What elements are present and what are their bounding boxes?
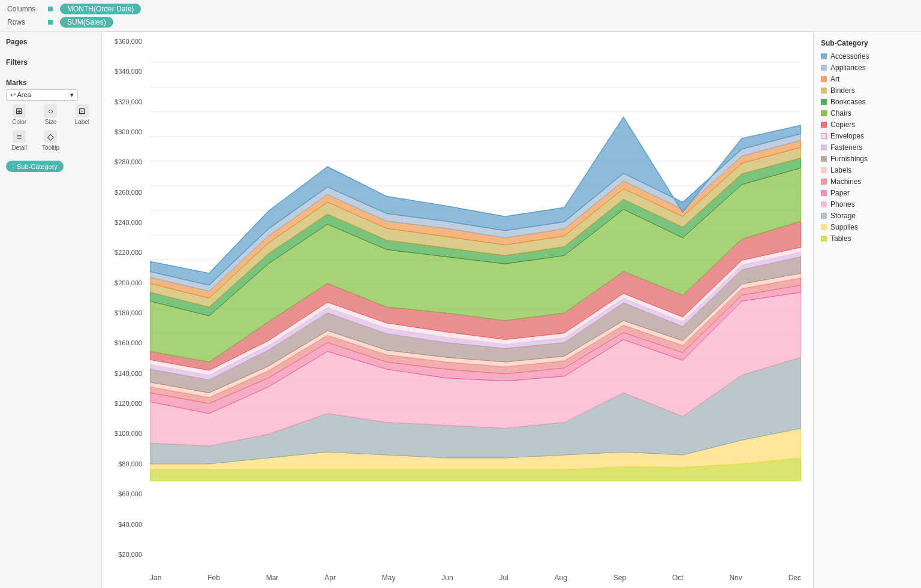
legend-envelopes: Envelopes [821, 132, 914, 140]
color-label: Color [12, 119, 26, 125]
y-label-180: $180,000 [115, 309, 142, 316]
legend-phones: Phones [821, 200, 914, 209]
legend-fasteners: Fasteners [821, 143, 914, 152]
chart-area: $360,000 $340,000 $320,000 $300,000 $280… [102, 32, 813, 588]
x-label-aug: Aug [555, 574, 567, 582]
filters-title: Filters [6, 58, 95, 67]
labels-label: Labels [830, 166, 851, 174]
legend-machines: Machines [821, 177, 914, 186]
art-swatch [821, 76, 827, 82]
marks-section: Marks ↩ Area ▾ ⊞ Color ○ Size ⊡ Label [6, 79, 95, 172]
y-label-80: $80,000 [118, 460, 142, 468]
size-label: Size [45, 119, 56, 125]
furnishings-label: Furnishings [830, 155, 868, 163]
storage-swatch [821, 213, 827, 219]
machines-label: Machines [830, 177, 861, 186]
y-label-60: $60,000 [118, 490, 142, 497]
supplies-swatch [821, 224, 827, 230]
legend-supplies: Supplies [821, 223, 914, 231]
accessories-label: Accessories [830, 52, 869, 61]
accessories-swatch [821, 53, 827, 59]
detail-icon: ≡ [13, 130, 26, 143]
tables-swatch [821, 236, 827, 242]
y-label-120: $120,000 [115, 400, 142, 407]
x-label-oct: Oct [672, 574, 684, 582]
y-axis: $360,000 $340,000 $320,000 $300,000 $280… [102, 38, 147, 558]
fasteners-swatch [821, 144, 827, 150]
y-label-360: $360,000 [115, 38, 142, 45]
y-label-340: $340,000 [115, 68, 142, 75]
tooltip-icon: ◇ [44, 130, 57, 143]
paper-label: Paper [830, 189, 850, 197]
color-button[interactable]: ⊞ Color [6, 104, 32, 125]
rows-label: Rows [7, 18, 43, 26]
legend-accessories: Accessories [821, 52, 914, 61]
x-label-nov: Nov [729, 574, 742, 582]
legend-storage: Storage [821, 212, 914, 220]
label-button[interactable]: ⊡ Label [69, 104, 95, 125]
legend-bookcases: Bookcases [821, 98, 914, 106]
binders-swatch [821, 88, 827, 94]
sub-category-pill[interactable]: ⁚ Sub-Category [6, 161, 64, 172]
bookcases-swatch [821, 99, 827, 105]
phones-swatch [821, 201, 827, 207]
legend-binders: Binders [821, 86, 914, 95]
rows-pill[interactable]: SUM(Sales) [60, 17, 113, 28]
size-icon: ○ [44, 104, 57, 117]
y-label-200: $200,000 [115, 279, 142, 287]
top-bar: Columns MONTH(Order Date) Rows SUM(Sales… [0, 0, 921, 32]
envelopes-swatch [821, 133, 827, 139]
chairs-swatch [821, 110, 827, 116]
y-label-260: $260,000 [115, 189, 142, 196]
x-label-mar: Mar [266, 574, 279, 582]
marks-dropdown-icon: ▾ [70, 91, 74, 99]
binders-label: Binders [830, 86, 855, 95]
chairs-label: Chairs [830, 109, 851, 117]
filters-section: Filters [6, 58, 95, 69]
x-label-jan: Jan [150, 574, 161, 582]
x-label-sep: Sep [613, 574, 626, 582]
bookcases-label: Bookcases [830, 98, 866, 106]
legend-panel: Sub-Category Accessories Appliances Art … [813, 32, 921, 588]
legend-appliances: Appliances [821, 64, 914, 72]
paper-swatch [821, 190, 827, 196]
legend-labels: Labels [821, 166, 914, 174]
y-label-140: $140,000 [115, 370, 142, 377]
x-label-feb: Feb [207, 574, 220, 582]
x-axis: Jan Feb Mar Apr May Jun Jul Aug Sep Oct … [150, 574, 801, 582]
marks-type-select[interactable]: ↩ Area ▾ [6, 89, 78, 101]
x-label-may: May [382, 574, 396, 582]
labels-swatch [821, 167, 827, 173]
left-panel: Pages Filters Marks ↩ Area ▾ ⊞ Color ○ S… [0, 32, 102, 588]
furnishings-swatch [821, 156, 827, 162]
y-label-320: $320,000 [115, 98, 142, 105]
y-label-20: $20,000 [118, 551, 142, 558]
copiers-swatch [821, 122, 827, 128]
columns-row: Columns MONTH(Order Date) [7, 4, 914, 14]
detail-button[interactable]: ≡ Detail [6, 130, 32, 151]
y-label-220: $220,000 [115, 249, 142, 256]
y-label-100: $100,000 [115, 430, 142, 437]
pages-section: Pages [6, 38, 95, 49]
detail-label: Detail [11, 144, 27, 151]
supplies-label: Supplies [830, 223, 858, 231]
legend-title: Sub-Category [821, 39, 914, 47]
copiers-label: Copiers [830, 120, 855, 129]
columns-pill[interactable]: MONTH(Order Date) [60, 4, 141, 14]
appliances-swatch [821, 65, 827, 71]
legend-furnishings: Furnishings [821, 155, 914, 163]
x-label-jun: Jun [441, 574, 453, 582]
storage-label: Storage [830, 212, 856, 220]
columns-label: Columns [7, 5, 43, 13]
legend-art: Art [821, 75, 914, 83]
tooltip-button[interactable]: ◇ Tooltip [37, 130, 64, 151]
size-button[interactable]: ○ Size [37, 104, 64, 125]
rows-row: Rows SUM(Sales) [7, 17, 914, 28]
x-label-jul: Jul [499, 574, 508, 582]
machines-swatch [821, 179, 827, 185]
marks-title: Marks [6, 79, 95, 87]
x-label-apr: Apr [324, 574, 336, 582]
chart-container: $360,000 $340,000 $320,000 $300,000 $280… [102, 32, 813, 588]
fasteners-label: Fasteners [830, 143, 862, 152]
tables-label: Tables [830, 234, 851, 243]
